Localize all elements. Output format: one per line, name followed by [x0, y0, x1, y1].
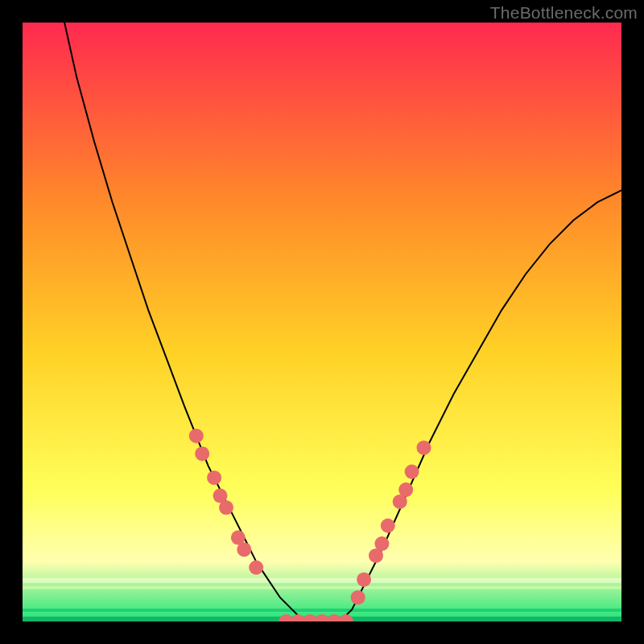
bottleneck-chart — [23, 23, 621, 621]
dot-left-1 — [195, 447, 209, 461]
dot-right-3 — [374, 536, 389, 551]
dot-right-0 — [351, 590, 365, 605]
dot-right-8 — [417, 440, 431, 455]
watermark-text: TheBottleneck.com — [490, 3, 638, 23]
dot-left-7 — [249, 560, 263, 575]
band-green-1 — [23, 609, 621, 612]
dot-left-0 — [189, 428, 204, 443]
band-pale-1 — [23, 578, 621, 583]
dot-right-1 — [357, 572, 371, 587]
dot-left-4 — [219, 501, 233, 515]
dot-left-6 — [237, 543, 251, 557]
dot-left-2 — [207, 470, 221, 485]
band-pale-2 — [23, 586, 621, 589]
dot-right-7 — [405, 464, 419, 479]
dot-right-4 — [381, 518, 395, 533]
gradient-background — [23, 23, 621, 621]
chart-frame — [23, 23, 621, 621]
dot-right-6 — [398, 482, 413, 497]
